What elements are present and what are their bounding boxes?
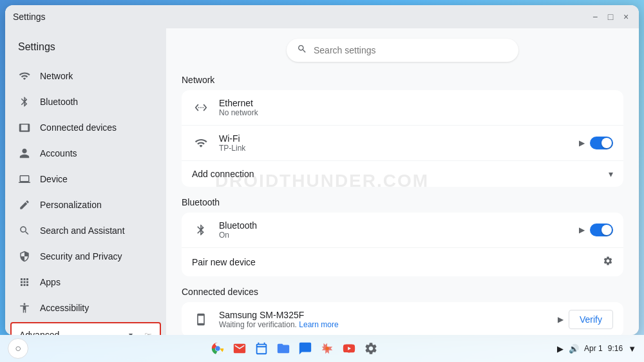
- sidebar-item-connected-devices[interactable]: Connected devices: [5, 115, 166, 140]
- chrome-app[interactable]: [207, 338, 228, 359]
- taskbar: ○ ▶ 🔊: [0, 335, 644, 362]
- sidebar-apps-label: Apps: [40, 277, 61, 287]
- bluetooth-card: Bluetooth On ▶ Pair new device: [182, 213, 623, 276]
- samsung-chevron-icon: ▶: [558, 315, 564, 324]
- add-connection-chevron-icon: ▾: [609, 169, 613, 179]
- messages-app[interactable]: [295, 338, 316, 359]
- sidebar-item-bluetooth[interactable]: Bluetooth: [5, 89, 166, 115]
- network-status-icon[interactable]: ▼: [628, 344, 636, 354]
- wifi-chevron-icon: ▶: [579, 138, 585, 148]
- settings-window: Settings − □ × Settings Network Bl: [5, 5, 639, 335]
- launcher-button[interactable]: ○: [8, 338, 28, 359]
- sidebar-item-security[interactable]: Security and Privacy: [5, 243, 166, 269]
- wifi-row[interactable]: Wi-Fi TP-Link ▶: [182, 126, 623, 161]
- sidebar-title: Settings: [5, 33, 166, 63]
- sidebar-personalization-label: Personalization: [40, 200, 102, 210]
- wifi-text: Wi-Fi TP-Link: [219, 133, 570, 153]
- settings-app[interactable]: [361, 338, 381, 359]
- sidebar-connected-label: Connected devices: [40, 122, 117, 133]
- sidebar-item-device[interactable]: Device: [5, 166, 166, 192]
- pair-new-device-row[interactable]: Pair new device: [182, 248, 623, 276]
- wifi-toggle[interactable]: [590, 137, 613, 149]
- bluetooth-toggle-knob: [601, 225, 612, 235]
- sidebar-item-accessibility[interactable]: Accessibility: [5, 295, 166, 321]
- connected-devices-card: Samsung SM-M325F Waiting for verificatio…: [182, 302, 623, 335]
- youtube-app[interactable]: [339, 338, 359, 359]
- photos-app[interactable]: [317, 338, 337, 359]
- play-icon: ▶: [557, 344, 564, 354]
- network-card: Ethernet No network Wi-Fi TP-Link ▶: [182, 90, 623, 187]
- bluetooth-row-icon: [192, 221, 210, 239]
- pair-gear-icon: [603, 256, 613, 269]
- verify-button[interactable]: Verify: [569, 310, 613, 329]
- sidebar-security-label: Security and Privacy: [40, 251, 122, 262]
- bluetooth-row-text: Bluetooth On: [219, 220, 570, 240]
- samsung-row[interactable]: Samsung SM-M325F Waiting for verificatio…: [182, 302, 623, 335]
- wifi-action: ▶: [579, 137, 613, 149]
- sidebar-item-network[interactable]: Network: [5, 63, 166, 89]
- sidebar-network-label: Network: [40, 71, 73, 81]
- sidebar-item-search-assistant[interactable]: Search and Assistant: [5, 218, 166, 243]
- bluetooth-icon: [18, 95, 31, 108]
- taskbar-time: 9:16: [608, 344, 623, 353]
- svg-point-0: [215, 346, 220, 350]
- title-bar: Settings − □ ×: [5, 5, 639, 28]
- advanced-dropdown-icon: ▾: [129, 330, 133, 335]
- samsung-title: Samsung SM-M325F: [219, 310, 549, 320]
- connected-devices-section-title: Connected devices: [182, 287, 623, 297]
- search-bar[interactable]: [287, 39, 518, 62]
- close-button[interactable]: ×: [621, 12, 631, 22]
- media-icon: 🔊: [569, 344, 579, 354]
- phone-icon: [192, 310, 210, 329]
- bluetooth-action: ▶: [579, 224, 613, 236]
- samsung-text: Samsung SM-M325F Waiting for verificatio…: [219, 310, 549, 329]
- laptop-icon: [18, 173, 31, 186]
- shield-icon: [18, 250, 31, 263]
- minimize-button[interactable]: −: [590, 12, 600, 22]
- sidebar: Settings Network Bluetooth Con: [5, 28, 166, 335]
- search-circle-icon: [18, 224, 31, 237]
- sidebar-item-personalization[interactable]: Personalization: [5, 192, 166, 218]
- ethernet-row[interactable]: Ethernet No network: [182, 90, 623, 126]
- add-connection-row[interactable]: Add connection ▾: [182, 161, 623, 187]
- taskbar-date: Apr 1: [584, 344, 603, 353]
- accessibility-icon: [18, 301, 31, 314]
- search-icon: [297, 44, 307, 57]
- wifi-subtitle: TP-Link: [219, 144, 570, 153]
- edit-icon: [18, 198, 31, 211]
- window-title: Settings: [13, 12, 46, 22]
- sidebar-accounts-label: Accounts: [40, 148, 77, 158]
- sidebar-advanced-label: Advanced: [19, 330, 59, 335]
- window-controls: − □ ×: [590, 12, 631, 22]
- samsung-action: ▶ Verify: [558, 310, 613, 329]
- grid-icon: [18, 276, 31, 289]
- sidebar-accessibility-label: Accessibility: [40, 303, 89, 313]
- bluetooth-row-subtitle: On: [219, 231, 570, 240]
- network-section-title: Network: [182, 75, 623, 85]
- taskbar-right: ▶ 🔊 Apr 1 9:16 ▼: [557, 344, 636, 354]
- search-input[interactable]: [314, 45, 508, 55]
- tablet-icon: [18, 121, 31, 134]
- search-bar-container: [182, 39, 623, 62]
- bluetooth-row-title: Bluetooth: [219, 220, 570, 231]
- sidebar-search-label: Search and Assistant: [40, 225, 125, 236]
- ethernet-icon: [192, 99, 210, 117]
- add-connection-label: Add connection: [192, 169, 600, 179]
- calendar-app[interactable]: [251, 338, 272, 359]
- sidebar-bluetooth-label: Bluetooth: [40, 97, 78, 107]
- wifi-icon: [18, 70, 31, 82]
- bluetooth-row[interactable]: Bluetooth On ▶: [182, 213, 623, 248]
- files-app[interactable]: [273, 338, 294, 359]
- content-area: Network Ethernet No network: [166, 28, 639, 335]
- sidebar-item-apps[interactable]: Apps: [5, 269, 166, 295]
- gmail-app[interactable]: [229, 338, 250, 359]
- sidebar-item-advanced[interactable]: Advanced ▾ ☞: [10, 322, 161, 335]
- ethernet-subtitle: No network: [219, 108, 613, 117]
- taskbar-apps: [33, 338, 554, 359]
- maximize-button[interactable]: □: [605, 12, 616, 22]
- ethernet-text: Ethernet No network: [219, 98, 613, 117]
- learn-more-link[interactable]: Learn more: [299, 320, 338, 329]
- person-icon: [18, 147, 31, 160]
- bluetooth-toggle[interactable]: [590, 224, 613, 236]
- sidebar-item-accounts[interactable]: Accounts: [5, 140, 166, 166]
